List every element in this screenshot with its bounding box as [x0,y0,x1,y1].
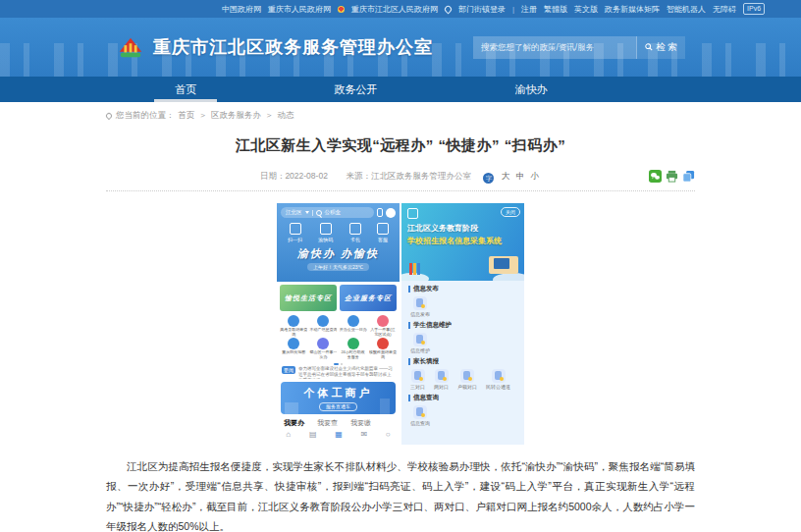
scan-icon [290,223,301,235]
weather-greeting: 上午好！天气多云23℃ [307,263,369,271]
link-chongqing-gov[interactable]: 重庆市人民政府网 [268,4,331,15]
section-info-publish: 信息发布 信息发布 [408,285,517,319]
quick-scan[interactable]: 扫一扫 [288,223,302,242]
news-tag: 要闻 [282,366,295,374]
app-slogan: 渝快办 办愉快 [281,246,396,261]
site-search: 检 索 [473,36,685,59]
service-item[interactable]: 高考录取结果查询 [279,315,308,337]
print-icon[interactable] [666,170,678,183]
separator: | [512,5,514,14]
paragraph: 江北区为提高招生报名便捷度，实现学生家长不排队材料少、学校核验易办理快，依托“渝… [106,456,695,532]
quick-label: 渝快码 [318,237,333,242]
service-item[interactable]: 开办企业一日办 [339,315,368,337]
breadcrumb-current: 动态 [278,110,294,122]
article-body: 江北区为提高招生报名便捷度，实现学生家长不排队材料少、学校核验易办理快，依托“渝… [106,456,695,532]
life-zone-card[interactable]: 愉悦生活专区 [280,285,337,311]
breadcrumb-home[interactable]: 首页 [179,110,195,122]
messages-icon[interactable] [360,430,367,439]
mic-icon[interactable] [377,208,383,217]
books-illustration [409,263,412,275]
service-item[interactable]: 核酸检测结果查询 [368,338,398,359]
cloud-shape [401,273,429,281]
caret-down-icon [305,211,309,214]
article-title: 江北区新生入学实现“远程办” “快捷办” “扫码办” [106,136,695,155]
section-bar [408,322,410,329]
app-grid-icon [407,208,418,219]
function-item[interactable]: 民转公通道 [486,369,510,390]
function-item[interactable]: 三对口 [410,369,425,390]
quick-qrcode[interactable]: 渝快码 [318,223,333,242]
section-info-query: 信息查询 信息查询 [408,394,517,428]
new-media-matrix-link[interactable]: 政务新媒体矩阵 [605,4,660,15]
news-row[interactable]: 要闻 奋力谱写全面建设社会主义现代化新篇章 ——习近平总书记在省部级主要领导干部… [277,363,400,381]
function-item[interactable]: 信息发布 [410,296,430,317]
link-jiangbei-gov[interactable]: 重庆市江北区人民政府网 [351,4,438,15]
banner-title: 个体工商户 [304,386,373,400]
service-icon [377,315,389,327]
service-icon [317,338,329,349]
site-masthead: 重庆市江北区政务服务管理办公室 检 索 [0,18,801,77]
cloud-shape [493,273,524,281]
enrollment-title-line1: 江北区义务教育阶段 [407,223,518,234]
wechat-share-icon[interactable] [649,170,662,183]
function-item[interactable]: 两对口 [434,369,449,390]
english-link[interactable]: 英文版 [574,4,598,15]
close-button[interactable]: 关闭 [501,207,520,217]
site-brand[interactable]: 重庆市江北区政务服务管理办公室 [116,32,433,62]
tab-query[interactable]: 我要查 [317,418,338,428]
robot-link[interactable]: 智能机器人 [667,4,706,15]
nav-item-yukuaiban[interactable]: 渝快办 [504,77,560,102]
services-icon[interactable] [309,430,317,439]
edit-icon [413,333,427,346]
avatar[interactable] [386,208,396,218]
tab-todo[interactable]: 我要办 [284,418,304,428]
service-grid: 高考录取结果查询 不动产信息查询 开办企业一日办 入学一件事(江北区试点) 重庆… [277,314,400,359]
service-item[interactable]: 不动产信息查询 [308,315,338,337]
traditional-chinese-link[interactable]: 繁體版 [544,4,567,15]
copy-icon[interactable] [682,170,695,183]
ipv6-badge[interactable]: IPv6 [743,3,765,15]
profile-icon[interactable] [386,430,391,439]
section-title: 家长填报 [413,357,439,366]
accessibility-link[interactable]: 无障碍 [713,4,736,15]
app-search-bar[interactable]: 江北区 公积金 [281,207,374,218]
register-link[interactable]: 注册 [521,4,537,15]
figure-right-phone: 关闭 江北区义务教育阶段 学校招生报名信息采集系统 信息发布 信息发布 学生信息… [401,203,524,445]
quick-service[interactable]: 客服 [377,223,389,242]
link-china-gov[interactable]: 中国政府网 [222,4,261,15]
qr-code-icon[interactable] [335,430,343,439]
site-logo-icon [116,32,145,62]
function-item[interactable]: 户籍对口 [457,369,477,390]
enterprise-zone-card[interactable]: 企业服务专区 [340,285,397,311]
quick-cards[interactable]: 卡包 [349,223,361,242]
nav-item-home[interactable]: 首页 [163,77,208,102]
service-item[interactable]: 重庆防疫地图 [279,338,308,359]
function-item[interactable]: 信息维护 [410,333,430,353]
nav-item-open-gov[interactable]: 政务公开 [322,77,389,102]
service-icon [288,315,299,327]
qr-code-icon [320,223,332,235]
tab-pay[interactable]: 我要缴 [350,418,371,428]
search-doc-icon [413,405,427,419]
font-size-small[interactable]: 小 [531,171,540,181]
service-item[interactable]: 璧山区一件事一次办 [308,338,338,359]
service-item[interactable]: 24小时自助政务服务 [339,338,368,359]
enrollment-banner: 关闭 江北区义务教育阶段 学校招生报名信息采集系统 [401,203,524,281]
font-size-medium[interactable]: 中 [516,171,525,181]
search-button[interactable]: 检 索 [636,36,685,59]
app-bottom-nav [277,428,400,439]
section-title: 学生信息维护 [413,321,452,330]
region-selector[interactable]: 江北区 [286,207,302,218]
source-label: 来源： [347,171,372,181]
business-banner[interactable]: 个体工商户 服务直通车 [281,382,396,414]
home-icon[interactable] [286,430,291,439]
form-icon [492,369,506,383]
section-parent-fill: 家长填报 三对口 两对口 户籍对口 民转公通道 [408,357,517,392]
breadcrumb-section[interactable]: 区政务服务办 [211,110,261,122]
font-size-large[interactable]: 大 [502,171,510,181]
link-departments[interactable]: 部门街镇 [458,4,490,15]
login-link[interactable]: 登录 [490,4,506,15]
service-item[interactable]: 入学一件事(江北区试点) [368,315,398,337]
search-input[interactable] [473,36,636,59]
function-item[interactable]: 信息查询 [410,405,430,426]
